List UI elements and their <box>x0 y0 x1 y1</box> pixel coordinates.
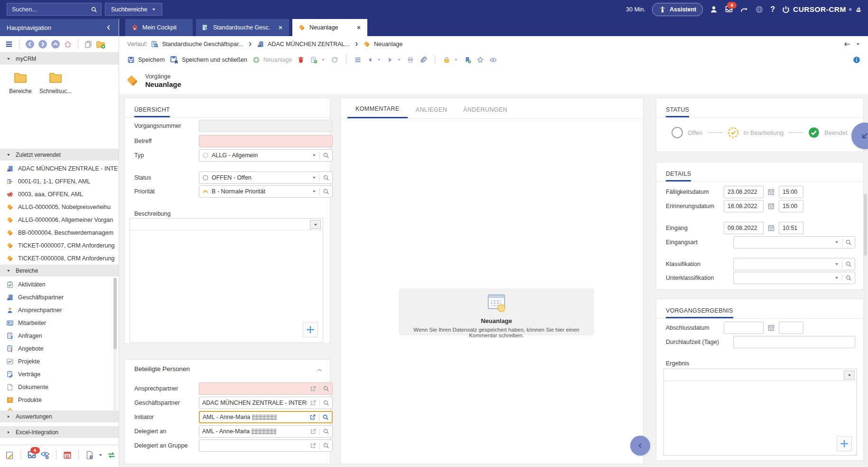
list-item[interactable]: BB-0000004, Beschwerdemanagem <box>0 226 119 239</box>
search-icon[interactable] <box>323 400 329 406</box>
erinnerungsdatum-date[interactable]: 16.08.2022 <box>724 200 764 212</box>
next-record-button[interactable] <box>387 57 401 63</box>
close-icon[interactable] <box>278 25 283 30</box>
list-item[interactable]: TICKET-0000007, CRM Anforderung <box>0 239 119 252</box>
list-item[interactable]: 0003, aaa, OFFEN, AML <box>0 188 119 200</box>
collapse-section-icon[interactable] <box>317 367 322 373</box>
chevron-down-icon[interactable] <box>834 240 839 245</box>
chevron-down-icon[interactable] <box>312 153 317 158</box>
section-mycrm[interactable]: myCRM <box>0 53 119 65</box>
folder-bereiche[interactable]: Bereiche <box>4 70 37 95</box>
faelligkeitsdatum-time[interactable]: 15:00 <box>779 186 803 198</box>
search-icon[interactable] <box>845 239 852 246</box>
search-icon[interactable] <box>91 6 97 13</box>
tab-uebersicht[interactable]: ÜBERSICHT <box>134 105 170 117</box>
tab-standardsuche[interactable]: Standardsuche Gesc... <box>196 19 289 36</box>
eingang-date[interactable]: 09.08.2022 <box>724 222 764 234</box>
chevron-down-icon[interactable] <box>98 453 103 457</box>
watchlist-icon[interactable] <box>40 450 50 460</box>
redo-icon[interactable] <box>740 5 748 14</box>
editor-dropdown-button[interactable] <box>844 371 855 380</box>
eye-icon[interactable] <box>489 56 497 64</box>
list-item[interactable]: ALLG-0000005, Nobelpreisverleihu <box>0 200 119 213</box>
global-search[interactable] <box>7 3 102 16</box>
sidebar-item-projekte[interactable]: Projekte <box>0 355 119 368</box>
section-excel-integration[interactable]: Excel-Integration <box>0 426 119 438</box>
move-button[interactable] <box>837 436 852 451</box>
folder-schnellsuchen[interactable]: Schnellsuc... <box>39 70 72 95</box>
sidebar-item-anfragen[interactable]: ?Anfragen <box>0 329 119 342</box>
unterklassifikation-select[interactable] <box>733 272 855 284</box>
notes-icon[interactable] <box>5 450 14 460</box>
abschlussdatum-date[interactable] <box>724 322 764 334</box>
sidebar-scrollbar[interactable] <box>113 278 117 411</box>
calendar-icon[interactable] <box>767 202 775 210</box>
globe-icon[interactable] <box>755 5 764 14</box>
copy-icon[interactable] <box>84 40 93 48</box>
open-record-icon[interactable] <box>310 400 317 406</box>
refresh-icon[interactable] <box>331 56 338 64</box>
sidebar-item-mitarbeiter[interactable]: Mitarbeiter <box>0 316 119 329</box>
info-icon[interactable] <box>853 56 860 64</box>
search-scope-button[interactable]: Suchbereiche <box>105 3 162 16</box>
section-recent[interactable]: Zuletzt verwendet <box>0 149 119 161</box>
chevron-down-icon[interactable] <box>312 189 317 194</box>
beschreibung-editor[interactable] <box>130 218 323 343</box>
calendar-icon[interactable] <box>767 324 775 332</box>
klassifikation-select[interactable] <box>733 258 855 270</box>
typ-select[interactable]: ALLG - Allgemein <box>199 149 333 162</box>
document-settings-icon[interactable] <box>85 450 94 460</box>
nav-back-icon[interactable] <box>25 39 35 49</box>
move-button[interactable] <box>303 322 318 337</box>
breadcrumb-item[interactable]: ADAC MÜNCHEN ZENTRAL... <box>257 40 350 48</box>
list-item[interactable]: ADAC MÜNCHEN ZENTRALE - INTE <box>0 162 119 175</box>
search-icon[interactable] <box>323 188 329 195</box>
chevron-down-icon[interactable] <box>312 175 317 180</box>
sync-icon[interactable] <box>107 450 116 460</box>
breadcrumb-item[interactable]: Standardsuche Geschäftspar... <box>151 40 243 48</box>
open-record-icon[interactable] <box>310 385 317 392</box>
sidebar-item-ansprechpartner[interactable]: Ansprechpartner <box>0 304 119 316</box>
right-scrollbar[interactable] <box>864 194 867 467</box>
search-icon[interactable] <box>323 152 329 159</box>
menu-icon[interactable] <box>5 40 13 48</box>
sidebar-item-aktivitaeten[interactable]: Aktivitäten <box>0 278 119 291</box>
open-record-icon[interactable] <box>310 442 317 449</box>
ansprechpartner-field[interactable] <box>199 382 333 395</box>
search-icon[interactable] <box>323 174 329 181</box>
open-record-icon[interactable] <box>310 428 317 435</box>
geschaeftspartner-field[interactable]: ADAC MÜNCHEN ZENTRALE - INTERE... <box>199 397 333 409</box>
tab-mein-cockpit[interactable]: Mein Cockpit <box>125 19 193 36</box>
betreff-field[interactable] <box>199 135 333 147</box>
lock-button[interactable] <box>443 56 458 64</box>
erinnerungsdatum-time[interactable]: 15:00 <box>779 200 803 212</box>
durchlaufzeit-input[interactable] <box>733 336 855 348</box>
list-menu-icon[interactable] <box>354 56 362 64</box>
tab-anliegen[interactable]: ANLIEGEN <box>408 101 455 118</box>
nav-forward-icon[interactable] <box>38 39 47 49</box>
tab-aenderungen[interactable]: ÄNDERUNGEN <box>455 101 515 118</box>
print-icon[interactable] <box>407 56 414 64</box>
sidebar-item-geschaeftspartner[interactable]: Geschäftspartner <box>0 291 119 304</box>
editor-dropdown-button[interactable] <box>310 220 321 229</box>
tab-kommentare[interactable]: KOMMENTARE <box>347 101 408 118</box>
eingang-time[interactable]: 10:51 <box>779 222 803 234</box>
calendar-icon[interactable] <box>63 450 72 460</box>
search-icon[interactable] <box>323 385 329 392</box>
search-input[interactable] <box>11 6 91 13</box>
prev-record-button[interactable] <box>367 57 382 63</box>
attachment-icon[interactable] <box>420 56 427 64</box>
collapse-sidebar-icon[interactable] <box>105 24 112 31</box>
history-back-icon[interactable] <box>843 40 851 48</box>
open-record-icon[interactable] <box>309 414 316 420</box>
bookmark-add-icon[interactable] <box>464 56 471 64</box>
user-icon[interactable] <box>709 5 718 14</box>
star-icon[interactable] <box>476 56 484 64</box>
power-icon[interactable] <box>782 5 790 14</box>
chevron-down-icon[interactable] <box>856 42 860 47</box>
sidebar-item-dokumente[interactable]: Dokumente <box>0 381 119 393</box>
home-icon[interactable] <box>64 40 72 48</box>
help-button[interactable]: ? <box>770 5 775 14</box>
search-icon[interactable] <box>845 261 852 267</box>
save-button[interactable]: Speichern <box>127 56 165 64</box>
